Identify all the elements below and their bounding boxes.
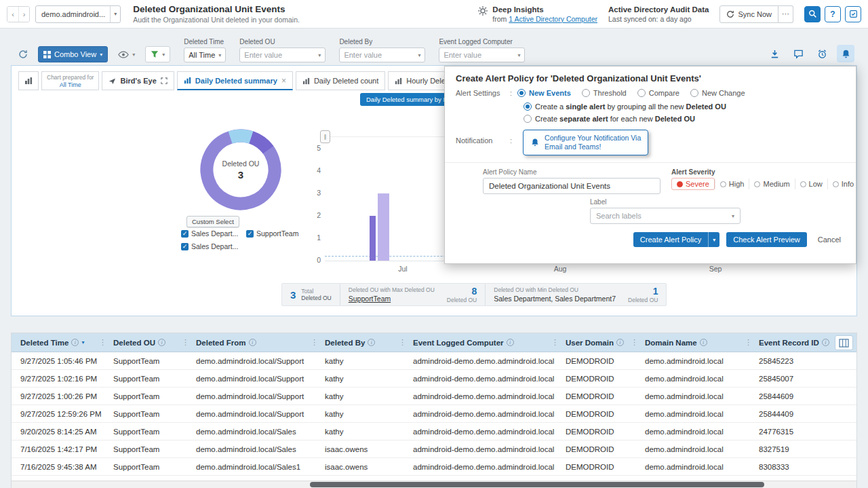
checkbox-checked-icon[interactable]: ✓ [181, 243, 189, 250]
column-header-deleted-by[interactable]: Deleted By i ⋮ [320, 333, 408, 352]
schedule-button[interactable] [813, 45, 831, 62]
legend-item[interactable]: ✓ Sales Depart... [181, 229, 246, 238]
column-header-user-domain[interactable]: User Domain i ⋮ [561, 333, 640, 352]
chevron-down-icon[interactable]: ▾ [517, 52, 520, 58]
radio-icon[interactable] [582, 89, 590, 97]
check-alert-preview-button[interactable]: Check Alert Preview [726, 232, 806, 247]
checkbox-checked-icon[interactable]: ✓ [246, 230, 254, 238]
radio-threshold[interactable]: Threshold [582, 89, 627, 97]
tab-birds-eye[interactable]: Bird's Eye [102, 71, 174, 90]
sort-desc-icon[interactable]: ▾ [81, 339, 84, 345]
help-button[interactable]: ? [825, 6, 841, 22]
radio-icon[interactable] [690, 89, 698, 97]
combo-view-button[interactable]: Combo View ▾ [38, 46, 108, 62]
column-menu-icon[interactable]: ⋮ [180, 338, 191, 347]
info-icon: i [822, 339, 829, 346]
column-menu-icon[interactable]: ⋮ [743, 338, 754, 347]
table-row[interactable]: 7/16/2025 1:42:17 PM SupportTeam demo.ad… [12, 440, 856, 458]
chevron-down-icon[interactable]: ▾ [110, 6, 120, 22]
radio-compare[interactable]: Compare [637, 89, 679, 97]
radio-icon[interactable] [637, 89, 646, 97]
back-button[interactable]: ‹ [7, 7, 18, 22]
cancel-button[interactable]: Cancel [814, 232, 845, 247]
range-slider-handle[interactable]: ∥ [320, 130, 330, 143]
radio-icon[interactable] [754, 181, 760, 187]
column-chooser-button[interactable] [835, 335, 853, 350]
column-header-event-logged-computer[interactable]: Event Logged Computer i ⋮ [408, 333, 561, 352]
deleted-by-input[interactable] [344, 51, 414, 59]
forward-button[interactable]: › [18, 7, 29, 22]
deep-insights-link[interactable]: 1 Active Directory Computer [509, 15, 597, 23]
table-row[interactable]: 7/16/2025 9:45:38 AM SupportTeam demo.ad… [12, 458, 856, 476]
table-row[interactable]: 9/27/2025 1:05:46 PM SupportTeam demo.ad… [12, 352, 856, 370]
radio-selected-icon[interactable] [524, 102, 532, 111]
table-row[interactable]: 9/20/2025 8:14:25 AM SupportTeam demo.ad… [12, 423, 856, 440]
bar-jul-light[interactable] [378, 193, 389, 261]
sync-now-button[interactable]: Sync Now [719, 5, 778, 23]
column-header-deleted-ou[interactable]: Deleted OU i ⋮ [108, 333, 191, 352]
column-menu-icon[interactable]: ⋮ [549, 338, 561, 347]
tab-daily-deleted-count[interactable]: Daily Deleted count [296, 71, 385, 90]
column-menu-icon[interactable]: ⋮ [309, 338, 320, 347]
create-alert-policy-button[interactable]: Create Alert Policy [633, 232, 708, 247]
configure-notification-button[interactable]: Configure Your Notification Via Email an… [523, 130, 648, 155]
radio-separate-alert[interactable]: Create separate alert for each new Delet… [524, 115, 845, 123]
severity-high[interactable]: High [715, 179, 749, 189]
scrollbar-thumb[interactable] [310, 482, 764, 487]
chart-list-button[interactable] [18, 71, 39, 90]
radio-selected-icon[interactable] [517, 89, 526, 97]
column-header-domain-name[interactable]: Domain Name i ⋮ [640, 333, 754, 352]
checkbox-checked-icon[interactable]: ✓ [181, 230, 189, 238]
custom-select-button[interactable]: Custom Select [186, 216, 239, 227]
column-header-deleted-time[interactable]: Deleted Time i ▾ ⋮ [12, 333, 108, 352]
event-logged-computer-input[interactable] [443, 51, 514, 59]
export-button[interactable] [766, 45, 783, 62]
column-menu-icon[interactable]: ⋮ [629, 338, 640, 347]
radio-icon[interactable] [800, 181, 806, 187]
alert-button[interactable] [837, 45, 854, 62]
table-row[interactable]: 9/27/2025 1:00:26 PM SupportTeam demo.ad… [12, 388, 856, 405]
search-labels-dropdown[interactable]: Search labels ▾ [590, 208, 741, 224]
horizontal-scrollbar[interactable] [12, 481, 856, 488]
deleted-time-dropdown[interactable]: All Time ▾ [184, 48, 226, 62]
alert-policy-name-input[interactable] [483, 178, 660, 194]
filter-button[interactable]: ▾ [145, 46, 170, 62]
feedback-button[interactable] [789, 45, 807, 62]
severity-low[interactable]: Low [795, 179, 827, 189]
legend-item[interactable]: ✓ SupportTeam [246, 229, 311, 238]
severity-medium[interactable]: Medium [749, 179, 794, 189]
max-ou-link[interactable]: SupportTeam [349, 295, 435, 303]
column-menu-icon[interactable]: ⋮ [397, 338, 408, 347]
radio-icon[interactable] [524, 115, 532, 123]
radio-icon[interactable] [720, 181, 726, 187]
table-row[interactable]: 9/27/2025 1:02:16 PM SupportTeam demo.ad… [12, 370, 856, 388]
radio-selected-icon[interactable] [677, 181, 683, 187]
bar-jul-dark[interactable] [370, 216, 376, 261]
radio-new-change[interactable]: New Change [690, 89, 745, 97]
severity-severe[interactable]: Severe [671, 178, 715, 190]
cell-deleted-time: 9/27/2025 1:00:26 PM [12, 392, 108, 400]
column-menu-icon[interactable]: ⋮ [97, 338, 108, 347]
table-row[interactable]: 9/27/2025 12:59:26 PM SupportTeam demo.a… [12, 405, 856, 423]
deleted-ou-input[interactable] [244, 51, 315, 59]
sync-more-button[interactable]: ⋯ [778, 5, 793, 23]
donut-chart[interactable]: Deleted OU 3 [196, 125, 285, 214]
tab-daily-deleted-summary[interactable]: Daily Deleted summary × [177, 71, 293, 90]
close-icon[interactable]: × [281, 76, 286, 86]
search-button[interactable] [804, 6, 821, 22]
whats-new-button[interactable] [845, 6, 861, 22]
radio-single-alert[interactable]: Create a single alert by grouping all th… [524, 102, 845, 111]
severity-info[interactable]: Info [827, 179, 856, 189]
chevron-down-icon[interactable]: ▾ [418, 52, 420, 58]
reset-view-button[interactable] [14, 46, 33, 62]
view-columns-button[interactable]: ▾ [113, 46, 140, 62]
domain-selector[interactable]: demo.admindroid... ▾ [35, 5, 121, 23]
alarm-clock-icon [817, 49, 827, 59]
column-header-deleted-from[interactable]: Deleted From i ⋮ [191, 333, 320, 352]
chevron-down-icon[interactable]: ▾ [708, 232, 719, 247]
radio-icon[interactable] [833, 181, 839, 187]
radio-new-events[interactable]: New Events [517, 89, 571, 97]
legend-item[interactable]: ✓ Sales Depart... [181, 242, 246, 250]
expand-icon[interactable] [161, 77, 167, 84]
chevron-down-icon[interactable]: ▾ [318, 52, 321, 58]
